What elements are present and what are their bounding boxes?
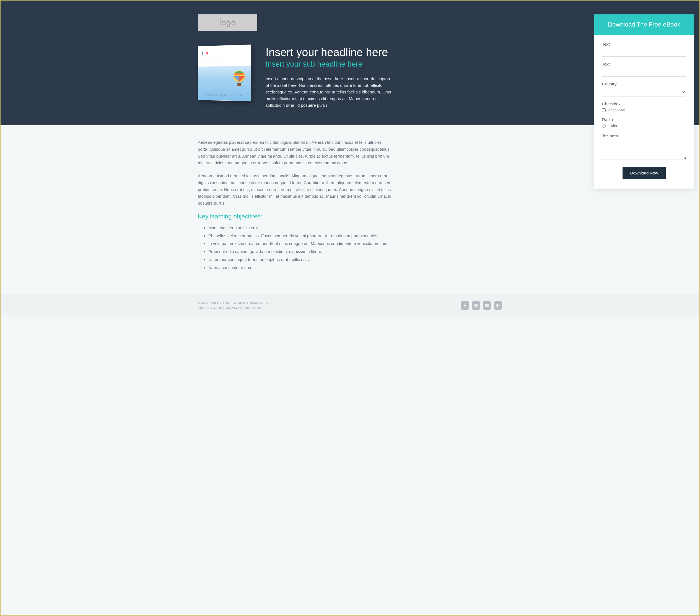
list-item: Nam a consectetur arcu. <box>208 264 391 271</box>
book-line2: PARDOT <box>202 57 247 64</box>
list-item: Phasellus vel auctor massa. Fusce semper… <box>208 232 391 240</box>
list-item: In volutpat molestie urna, eu hendrerit … <box>208 240 391 247</box>
balloon-icon <box>233 70 246 88</box>
list-item: Maecenas feugiat felis erat. <box>208 224 391 231</box>
hero-description: Insert a short description of the asset … <box>266 76 391 109</box>
google-plus-icon[interactable] <box>494 301 502 310</box>
body-para-2: Aenean euismod erat sed lectus bibendum … <box>198 172 391 207</box>
textarea-label: Textarea <box>602 133 686 138</box>
country-label: Country <box>602 81 686 86</box>
footer: © 2017 INSERT YOUR COMPANY NAME HERE INS… <box>1 294 699 316</box>
form-title: Download The Free eBook <box>594 14 694 35</box>
radio-input[interactable] <box>602 124 606 128</box>
checkbox-input[interactable] <box>602 108 606 112</box>
list-item: Praesent odio sapien, gravida a molestie… <box>208 248 391 255</box>
objectives-heading: Key learning objectives: <box>198 213 391 220</box>
list-item: Ut tempor consequat tortor, ac dapibus e… <box>208 256 391 263</box>
checkbox-section-label: Checkbox <box>602 101 686 106</box>
text1-label: Text <box>602 42 686 47</box>
checkbox-option-label: checkbox <box>609 108 625 112</box>
twitter-icon[interactable] <box>472 301 480 310</box>
book-line1: I <box>202 51 204 56</box>
text2-input[interactable] <box>602 68 686 77</box>
body-para-1: Aenean egestas placerat sapien, eu tinci… <box>198 139 391 166</box>
submit-button[interactable]: Download Now <box>623 167 666 179</box>
book-url: WWW.JENNAMOLBY.COM <box>198 93 251 97</box>
headline: Insert your headline here <box>266 46 391 58</box>
svg-line-3 <box>241 81 243 83</box>
text2-label: Text <box>602 62 686 66</box>
download-form-panel: Download The Free eBook Text Text Countr… <box>594 14 694 189</box>
facebook-icon[interactable] <box>461 301 469 310</box>
country-select[interactable] <box>602 88 686 97</box>
ebook-cover: I ♥ PARDOT <box>198 46 257 109</box>
logo-placeholder: logo <box>198 14 257 31</box>
svg-line-2 <box>236 81 237 83</box>
objectives-list: Maecenas feugiat felis erat. Phasellus v… <box>198 224 391 271</box>
footer-copyright: © 2017 INSERT YOUR COMPANY NAME HERE <box>198 300 269 306</box>
youtube-icon[interactable] <box>483 301 491 310</box>
social-links <box>461 301 502 310</box>
footer-address: INSERT YOUUR COMPANY ADDRESS HERE <box>198 306 269 310</box>
radio-option-label: radio <box>609 124 617 128</box>
svg-rect-1 <box>237 83 241 86</box>
subheadline: Insert your sub headline here <box>266 60 391 68</box>
radio-section-label: Radio <box>602 117 686 122</box>
textarea-input[interactable] <box>602 139 686 160</box>
text1-input[interactable] <box>602 48 686 57</box>
heart-icon: ♥ <box>206 51 210 56</box>
